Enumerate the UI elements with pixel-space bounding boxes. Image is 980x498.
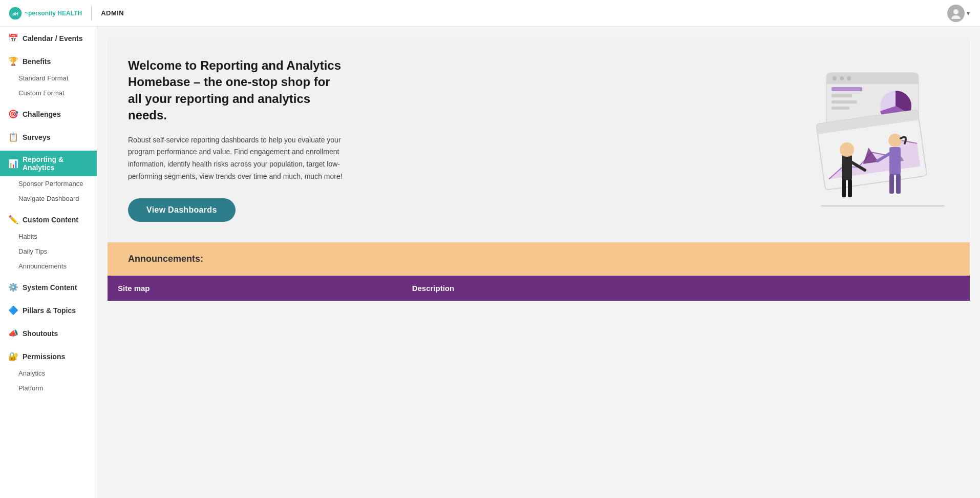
sidebar-section-surveys: 📋Surveys bbox=[0, 126, 97, 149]
table-header: Site map Description bbox=[108, 276, 970, 301]
sidebar: 📅Calendar / Events🏆BenefitsStandard Form… bbox=[0, 27, 97, 498]
main-content: Welcome to Reporting and Analytics Homeb… bbox=[97, 27, 980, 498]
reporting-analytics-icon: 📊 bbox=[8, 159, 18, 169]
sidebar-item-label-pillars-topics: Pillars & Topics bbox=[23, 306, 76, 315]
chevron-down-icon: ▾ bbox=[967, 10, 970, 17]
sidebar-sub-item-daily-tips[interactable]: Daily Tips bbox=[0, 244, 97, 259]
sidebar-section-pillars-topics: 🔷Pillars & Topics bbox=[0, 299, 97, 322]
logo: pH ~personify HEALTH bbox=[8, 6, 82, 20]
challenges-icon: 🎯 bbox=[8, 109, 18, 119]
permissions-icon: 🔐 bbox=[8, 351, 18, 361]
sidebar-section-reporting-analytics: 📊Reporting & AnalyticsSponsor Performanc… bbox=[0, 149, 97, 208]
sidebar-item-system-content[interactable]: ⚙️System Content bbox=[0, 278, 97, 297]
pillars-topics-icon: 🔷 bbox=[8, 305, 18, 315]
logo-icon: pH bbox=[8, 6, 23, 20]
system-content-icon: ⚙️ bbox=[8, 282, 18, 292]
benefits-icon: 🏆 bbox=[8, 56, 18, 66]
announcements-label: Announcements: bbox=[128, 254, 203, 264]
hero-body: Robust self-service reporting dashboards… bbox=[128, 134, 343, 183]
admin-label: ADMIN bbox=[101, 9, 124, 17]
brand-name: ~personify HEALTH bbox=[25, 10, 82, 17]
layout: 📅Calendar / Events🏆BenefitsStandard Form… bbox=[0, 27, 980, 498]
svg-point-9 bbox=[847, 76, 851, 80]
svg-rect-29 bbox=[889, 174, 894, 194]
sidebar-item-label-shoutouts: Shoutouts bbox=[23, 329, 58, 338]
sidebar-section-challenges: 🎯Challenges bbox=[0, 102, 97, 126]
svg-text:pH: pH bbox=[12, 11, 18, 16]
sidebar-section-calendar-events: 📅Calendar / Events bbox=[0, 27, 97, 50]
hero-illustration bbox=[796, 68, 949, 211]
svg-rect-11 bbox=[832, 94, 852, 97]
table-col-description: Description bbox=[402, 284, 970, 293]
sidebar-item-label-surveys: Surveys bbox=[23, 133, 50, 141]
nav-right: ▾ bbox=[945, 3, 972, 24]
sidebar-sub-item-custom-format[interactable]: Custom Format bbox=[0, 86, 97, 100]
svg-rect-21 bbox=[842, 155, 852, 180]
sidebar-sections: 📅Calendar / Events🏆BenefitsStandard Form… bbox=[0, 27, 97, 398]
avatar bbox=[947, 5, 965, 22]
sidebar-item-label-custom-content: Custom Content bbox=[23, 216, 78, 224]
sidebar-sub-item-sponsor-performance[interactable]: Sponsor Performance bbox=[0, 176, 97, 191]
sidebar-section-custom-content: ✏️Custom ContentHabitsDaily TipsAnnounce… bbox=[0, 208, 97, 276]
sidebar-section-shoutouts: 📣Shoutouts bbox=[0, 322, 97, 345]
svg-rect-10 bbox=[832, 87, 862, 91]
sidebar-item-custom-content[interactable]: ✏️Custom Content bbox=[0, 210, 97, 229]
sidebar-item-challenges[interactable]: 🎯Challenges bbox=[0, 105, 97, 123]
sidebar-section-permissions: 🔐PermissionsAnalyticsPlatform bbox=[0, 345, 97, 398]
sidebar-item-label-permissions: Permissions bbox=[23, 352, 65, 361]
user-icon bbox=[950, 8, 962, 19]
svg-rect-26 bbox=[889, 147, 901, 175]
sidebar-section-benefits: 🏆BenefitsStandard FormatCustom Format bbox=[0, 50, 97, 102]
sidebar-item-label-reporting-analytics: Reporting & Analytics bbox=[23, 155, 89, 172]
svg-rect-25 bbox=[848, 179, 852, 197]
svg-point-27 bbox=[888, 134, 902, 147]
table-col-sitemap: Site map bbox=[108, 284, 402, 293]
announcements-bar: Announcements: bbox=[108, 242, 970, 276]
avatar-button[interactable]: ▾ bbox=[945, 3, 972, 24]
svg-point-22 bbox=[840, 142, 854, 157]
hero-card: Welcome to Reporting and Analytics Homeb… bbox=[108, 37, 970, 242]
svg-rect-13 bbox=[832, 107, 849, 110]
svg-rect-12 bbox=[832, 100, 857, 103]
sidebar-item-label-benefits: Benefits bbox=[23, 57, 51, 66]
sidebar-sub-item-analytics-perm[interactable]: Analytics bbox=[0, 366, 97, 381]
hero-title: Welcome to Reporting and Analytics Homeb… bbox=[128, 57, 343, 124]
shoutouts-icon: 📣 bbox=[8, 328, 18, 338]
analytics-illustration bbox=[796, 68, 949, 211]
sidebar-item-benefits[interactable]: 🏆Benefits bbox=[0, 52, 97, 71]
custom-content-icon: ✏️ bbox=[8, 215, 18, 224]
svg-point-3 bbox=[951, 15, 961, 19]
surveys-icon: 📋 bbox=[8, 132, 18, 142]
sidebar-item-surveys[interactable]: 📋Surveys bbox=[0, 128, 97, 147]
top-nav: pH ~personify HEALTH ADMIN ▾ bbox=[0, 0, 980, 27]
calendar-events-icon: 📅 bbox=[8, 33, 18, 43]
sidebar-item-reporting-analytics[interactable]: 📊Reporting & Analytics bbox=[0, 151, 97, 176]
view-dashboards-button[interactable]: View Dashboards bbox=[128, 198, 236, 222]
sidebar-sub-item-navigate-dashboard[interactable]: Navigate Dashboard bbox=[0, 191, 97, 206]
sidebar-sub-item-platform-perm[interactable]: Platform bbox=[0, 381, 97, 396]
svg-point-2 bbox=[953, 9, 958, 14]
hero-text: Welcome to Reporting and Analytics Homeb… bbox=[128, 57, 343, 222]
sidebar-item-permissions[interactable]: 🔐Permissions bbox=[0, 347, 97, 366]
nav-left: pH ~personify HEALTH ADMIN bbox=[8, 6, 124, 20]
sidebar-item-label-challenges: Challenges bbox=[23, 110, 61, 118]
svg-rect-30 bbox=[896, 174, 901, 194]
sidebar-item-shoutouts[interactable]: 📣Shoutouts bbox=[0, 324, 97, 343]
svg-point-7 bbox=[833, 76, 837, 80]
sidebar-item-pillars-topics[interactable]: 🔷Pillars & Topics bbox=[0, 301, 97, 320]
sidebar-item-calendar-events[interactable]: 📅Calendar / Events bbox=[0, 29, 97, 48]
sidebar-item-label-system-content: System Content bbox=[23, 283, 77, 292]
svg-rect-24 bbox=[842, 179, 846, 197]
sidebar-sub-item-standard-format[interactable]: Standard Format bbox=[0, 71, 97, 86]
svg-point-8 bbox=[840, 76, 844, 80]
sidebar-item-label-calendar-events: Calendar / Events bbox=[23, 34, 83, 43]
sidebar-sub-item-habits[interactable]: Habits bbox=[0, 229, 97, 244]
svg-rect-6 bbox=[826, 80, 919, 84]
sidebar-section-system-content: ⚙️System Content bbox=[0, 276, 97, 299]
nav-divider bbox=[91, 6, 92, 20]
sidebar-sub-item-announcements[interactable]: Announcements bbox=[0, 259, 97, 274]
